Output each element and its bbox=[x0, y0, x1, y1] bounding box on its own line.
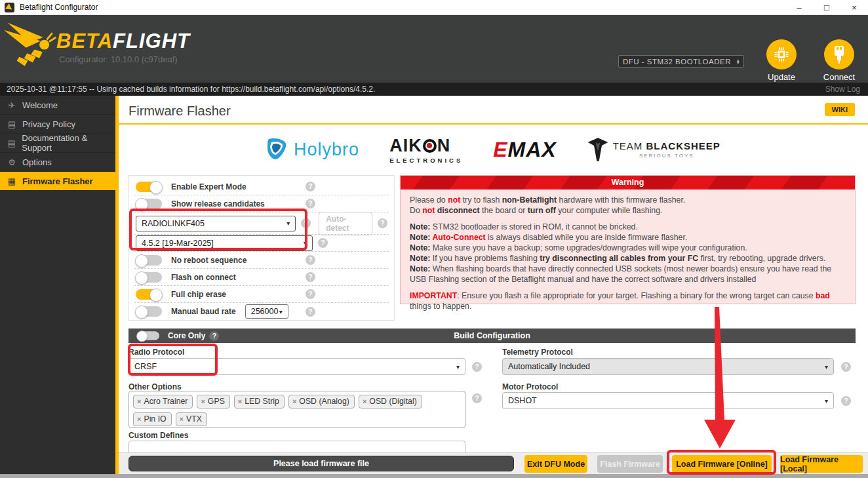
minimize-button[interactable]: – bbox=[785, 0, 813, 14]
connect-button[interactable]: Connect bbox=[810, 39, 868, 82]
remove-icon[interactable]: × bbox=[137, 415, 141, 423]
help-icon[interactable]: ? bbox=[472, 362, 482, 372]
build-configuration-title: Build Configuration bbox=[128, 331, 856, 340]
motor-protocol-value: DSHOT bbox=[508, 396, 537, 405]
load-firmware-online-button[interactable]: Load Firmware [Online] bbox=[672, 455, 772, 473]
option-row-manual-baud: Manual baud rate 256000 ▾ ? bbox=[134, 303, 389, 320]
wiki-button[interactable]: WIKI bbox=[825, 103, 855, 116]
exit-dfu-button[interactable]: Exit DFU Mode bbox=[524, 455, 587, 473]
help-icon[interactable]: ? bbox=[306, 307, 315, 317]
board-select[interactable]: RADIOLINKF405 ▾ bbox=[136, 216, 296, 231]
sidebar-item-label: Privacy Policy bbox=[22, 119, 75, 129]
option-tag: ×VTX bbox=[176, 412, 207, 426]
usb-icon bbox=[831, 45, 848, 64]
motor-protocol-label: Motor Protocol bbox=[502, 382, 558, 391]
close-button[interactable]: × bbox=[840, 0, 868, 14]
other-options-label: Other Options bbox=[128, 382, 182, 391]
sponsor-logos: Holybro AIK N ELECTRONICS EMAX TEAM BLAC… bbox=[119, 129, 868, 170]
warning-line: Note: When flashing boards that have dir… bbox=[410, 264, 846, 285]
baud-rate-select[interactable]: 256000 ▾ bbox=[245, 304, 288, 319]
option-tag: ×LED Strip bbox=[234, 395, 285, 408]
chevron-down-icon: ▾ bbox=[279, 308, 283, 315]
betaflight-logo: BETAFLIGHT bbox=[56, 30, 190, 53]
load-firmware-local-button[interactable]: Load Firmware [Local] bbox=[780, 455, 863, 473]
warning-header: Warning bbox=[401, 176, 855, 189]
paper-plane-icon: ✈ bbox=[7, 100, 17, 110]
board-select-value: RADIOLINKF405 bbox=[142, 219, 205, 228]
holybro-icon bbox=[266, 137, 288, 162]
emax-max: MAX bbox=[508, 138, 557, 161]
remove-icon[interactable]: × bbox=[292, 397, 296, 405]
configurator-version: Configurator: 10.10.0 (c97deaf) bbox=[59, 54, 178, 64]
connect-circle[interactable] bbox=[824, 39, 854, 70]
action-bar: Please load firmware file Exit DFU Mode … bbox=[119, 452, 868, 474]
core-only-toggle[interactable] bbox=[137, 331, 159, 340]
gear-icon: ⚙ bbox=[7, 157, 17, 167]
help-icon[interactable]: ? bbox=[472, 393, 482, 403]
maximize-button[interactable]: □ bbox=[813, 0, 840, 14]
remove-icon[interactable]: × bbox=[201, 397, 205, 405]
help-icon[interactable]: ? bbox=[301, 218, 311, 228]
expert-mode-toggle[interactable] bbox=[136, 182, 162, 192]
help-icon[interactable]: ? bbox=[306, 272, 315, 282]
remove-icon[interactable]: × bbox=[137, 397, 141, 405]
option-tag: ×OSD (Analog) bbox=[288, 395, 355, 408]
flash-on-connect-toggle[interactable] bbox=[136, 272, 162, 283]
manual-baud-label: Manual baud rate bbox=[171, 307, 236, 316]
help-icon[interactable]: ? bbox=[306, 255, 315, 265]
no-reboot-toggle[interactable] bbox=[136, 255, 162, 266]
aikon-logo: AIK N ELECTRONICS bbox=[389, 136, 463, 164]
help-icon[interactable]: ? bbox=[306, 199, 315, 209]
release-candidates-toggle[interactable] bbox=[136, 199, 162, 209]
window-title: Betaflight Configurator bbox=[20, 3, 98, 12]
option-tag: ×OSD (Digital) bbox=[359, 395, 422, 408]
remove-icon[interactable]: × bbox=[363, 397, 366, 405]
aikon-wordmark: AIK N bbox=[389, 136, 463, 156]
version-select[interactable]: 4.5.2 [19-Mar-2025] ▾ bbox=[136, 235, 313, 251]
sidebar-item-privacy-policy[interactable]: ▤ Privacy Policy bbox=[0, 115, 115, 134]
document-icon: ▤ bbox=[7, 119, 17, 129]
expert-mode-label: Enable Expert Mode bbox=[171, 182, 247, 191]
port-select[interactable]: DFU - STM32 BOOTLOADER ▴▾ bbox=[618, 55, 744, 68]
manual-baud-toggle[interactable] bbox=[136, 306, 162, 317]
flash-on-connect-label: Flash on connect bbox=[171, 273, 236, 282]
core-only-label: Core Only bbox=[168, 331, 205, 340]
help-icon[interactable]: ? bbox=[378, 218, 387, 228]
sidebar-item-documentation[interactable]: ▤ Documentation & Support bbox=[0, 134, 115, 153]
telemetry-protocol-select[interactable]: Automatically Included ▾ bbox=[502, 358, 834, 375]
sidebar-item-options[interactable]: ⚙ Options bbox=[0, 153, 115, 172]
update-firmware-circle[interactable] bbox=[766, 39, 797, 70]
help-icon[interactable]: ? bbox=[841, 362, 851, 372]
help-icon[interactable]: ? bbox=[318, 238, 328, 248]
warning-line bbox=[410, 216, 846, 222]
log-message: 2025-10-31 @11:17:55 -- Using cached bui… bbox=[7, 85, 375, 94]
help-icon[interactable]: ? bbox=[841, 396, 851, 406]
remove-icon[interactable]: × bbox=[180, 415, 184, 423]
holybro-wordmark: Holybro bbox=[294, 140, 359, 160]
sidebar-item-welcome[interactable]: ✈ Welcome bbox=[0, 96, 115, 115]
betaflight-bee-icon bbox=[4, 20, 59, 71]
build-configuration-bar: Build Configuration Core Only ? bbox=[128, 329, 856, 343]
full-chip-erase-label: Full chip erase bbox=[171, 290, 226, 299]
other-options-box: ×Acro Trainer ×GPS ×LED Strip ×OSD (Anal… bbox=[128, 391, 465, 428]
radio-protocol-select[interactable]: CRSF ▾ bbox=[128, 358, 465, 375]
auto-detect-button[interactable]: Auto-detect bbox=[319, 212, 372, 235]
warning-line: Note: Auto-Connect is always disabled wh… bbox=[410, 232, 846, 243]
full-chip-erase-toggle[interactable] bbox=[136, 289, 162, 300]
motor-protocol-select[interactable]: DSHOT ▾ bbox=[502, 392, 834, 409]
telemetry-protocol-label: Telemetry Protocol bbox=[502, 348, 573, 357]
flash-firmware-button[interactable]: Flash Firmware bbox=[597, 455, 663, 473]
sidebar-item-firmware-flasher[interactable]: ▦ Firmware Flasher bbox=[0, 172, 119, 191]
remove-icon[interactable]: × bbox=[238, 397, 242, 405]
page-title: Firmware Flasher bbox=[128, 104, 231, 119]
warning-line bbox=[410, 285, 846, 290]
sidebar-item-label: Documentation & Support bbox=[22, 133, 115, 153]
help-icon[interactable]: ? bbox=[306, 289, 315, 299]
show-log-link[interactable]: Show Log bbox=[825, 85, 860, 94]
help-icon[interactable]: ? bbox=[306, 182, 315, 191]
emax-e: E bbox=[493, 138, 507, 161]
help-icon[interactable]: ? bbox=[209, 331, 219, 341]
tbs-tagline: SERIOUS TOYS bbox=[613, 153, 720, 159]
warning-line: Please do not try to flash non-Betafligh… bbox=[410, 195, 846, 205]
warning-line: Do not disconnect the board or turn off … bbox=[410, 205, 846, 216]
